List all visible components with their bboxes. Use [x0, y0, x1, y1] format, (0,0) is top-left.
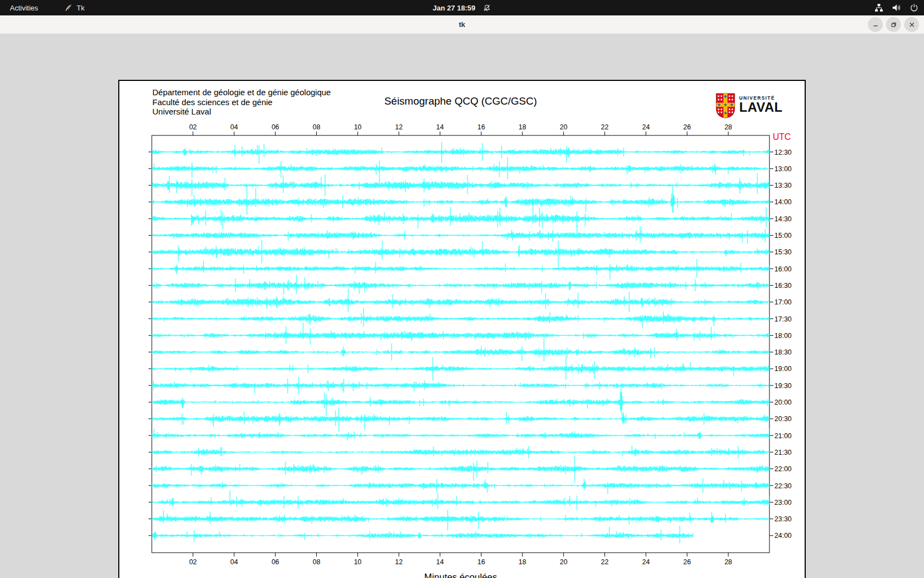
power-icon	[910, 3, 919, 12]
tk-feather-icon	[64, 4, 73, 12]
network-wired-icon	[875, 3, 883, 12]
svg-text:14: 14	[436, 558, 444, 566]
svg-text:02: 02	[189, 123, 197, 131]
svg-text:13:30: 13:30	[774, 182, 791, 189]
svg-text:23:30: 23:30	[774, 515, 791, 523]
svg-text:22: 22	[601, 558, 609, 566]
svg-text:28: 28	[724, 558, 732, 566]
gnome-top-bar: Activities Tk Jan 27 18:59	[0, 0, 924, 15]
svg-text:21:30: 21:30	[774, 449, 791, 456]
svg-text:UTC: UTC	[773, 132, 791, 141]
svg-text:08: 08	[313, 123, 321, 131]
svg-text:04: 04	[230, 558, 238, 566]
svg-text:04: 04	[230, 123, 238, 131]
svg-text:10: 10	[354, 558, 361, 566]
svg-text:22:00: 22:00	[774, 465, 791, 473]
close-button[interactable]	[904, 17, 919, 32]
svg-text:06: 06	[272, 558, 279, 566]
svg-text:17:00: 17:00	[774, 298, 791, 306]
svg-text:18: 18	[519, 558, 526, 566]
minimize-icon	[872, 21, 879, 28]
svg-text:16: 16	[477, 123, 485, 131]
svg-text:20:30: 20:30	[774, 415, 791, 423]
volume-icon	[892, 3, 901, 12]
svg-text:16:30: 16:30	[774, 282, 791, 290]
svg-text:20:00: 20:00	[774, 399, 791, 406]
svg-text:28: 28	[724, 123, 732, 131]
notifications-disabled-icon	[483, 4, 491, 12]
svg-text:26: 26	[683, 123, 691, 131]
svg-text:24: 24	[642, 558, 650, 566]
svg-text:15:30: 15:30	[774, 248, 791, 256]
window-controls	[868, 17, 919, 32]
minimize-button[interactable]	[868, 17, 883, 32]
svg-text:23:00: 23:00	[774, 499, 791, 506]
close-icon	[909, 21, 915, 28]
svg-text:21:00: 21:00	[774, 432, 791, 440]
window-titlebar[interactable]: tk	[0, 15, 924, 34]
svg-text:12: 12	[395, 558, 403, 566]
svg-text:22:30: 22:30	[774, 482, 791, 490]
svg-text:02: 02	[189, 558, 197, 566]
activities-button[interactable]: Activities	[4, 0, 43, 15]
svg-text:12: 12	[395, 123, 403, 131]
svg-text:14:30: 14:30	[774, 215, 791, 223]
helicorder-plot: 0202040406060808101012121414161618182020…	[119, 81, 805, 578]
activities-label: Activities	[10, 4, 38, 12]
app-indicator[interactable]: Tk	[59, 0, 90, 15]
restore-button[interactable]	[886, 17, 901, 32]
svg-text:15:00: 15:00	[774, 232, 791, 239]
svg-text:08: 08	[313, 558, 321, 566]
desktop: Activities Tk Jan 27 18:59	[0, 0, 924, 578]
svg-text:17:30: 17:30	[774, 315, 791, 323]
window-title: tk	[0, 15, 924, 34]
svg-text:24:00: 24:00	[774, 532, 791, 539]
restore-icon	[890, 21, 897, 28]
svg-text:18: 18	[519, 123, 526, 131]
svg-text:14: 14	[436, 123, 444, 131]
system-status-area[interactable]	[875, 0, 919, 15]
svg-text:20: 20	[560, 558, 568, 566]
clock-label: Jan 27 18:59	[433, 4, 475, 12]
svg-text:10: 10	[354, 123, 361, 131]
clock-menu[interactable]: Jan 27 18:59	[433, 0, 491, 15]
svg-text:26: 26	[683, 558, 691, 566]
svg-text:20: 20	[560, 123, 568, 131]
tk-window-body: Département de géologie et de génie géol…	[0, 34, 924, 578]
svg-text:16:00: 16:00	[774, 265, 791, 273]
svg-text:22: 22	[601, 123, 609, 131]
svg-text:18:00: 18:00	[774, 332, 791, 340]
svg-text:06: 06	[272, 123, 279, 131]
svg-text:16: 16	[477, 558, 485, 566]
svg-text:24: 24	[642, 123, 650, 131]
svg-text:12:30: 12:30	[774, 149, 791, 156]
svg-text:Minutes écoulées: Minutes écoulées	[424, 572, 497, 578]
svg-text:14:00: 14:00	[774, 198, 791, 206]
seismograph-canvas: Département de géologie et de génie géol…	[118, 80, 806, 578]
app-indicator-label: Tk	[76, 4, 84, 12]
svg-text:18:30: 18:30	[774, 348, 791, 356]
svg-text:19:30: 19:30	[774, 382, 791, 390]
svg-text:19:00: 19:00	[774, 365, 791, 373]
svg-text:13:00: 13:00	[774, 165, 791, 173]
